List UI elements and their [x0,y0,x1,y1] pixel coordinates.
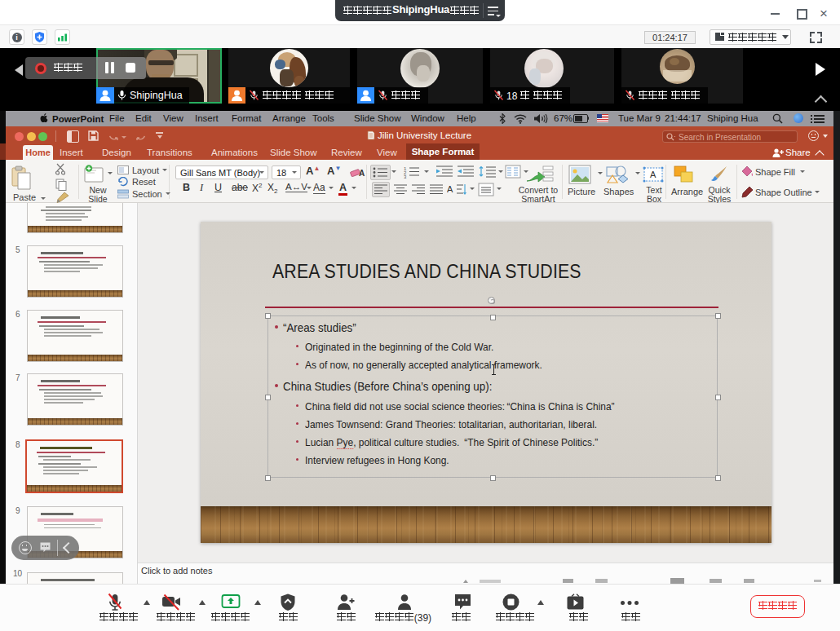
svg-text:A: A [447,184,453,194]
svg-text:A: A [650,170,657,179]
svg-text:A: A [359,169,365,178]
svg-text:3: 3 [404,174,407,179]
